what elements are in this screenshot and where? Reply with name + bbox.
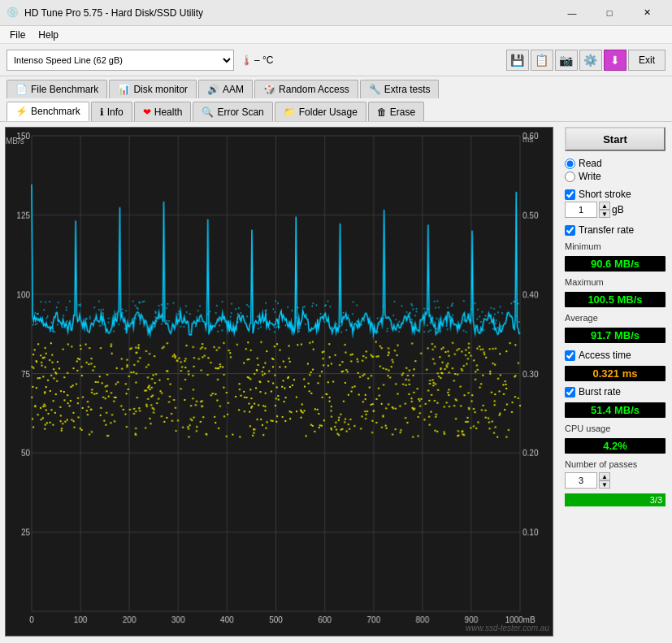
- error-scan-icon: 🔍: [202, 106, 214, 118]
- tabs-area: 📄 File Benchmark 📊 Disk monitor 🔊 AAM 🎲 …: [0, 76, 672, 122]
- thermometer-icon: 🌡️: [241, 54, 253, 66]
- tab-benchmark[interactable]: ⚡ Benchmark: [7, 102, 89, 121]
- temperature-value: – °C: [254, 54, 273, 66]
- passes-input[interactable]: [565, 472, 597, 489]
- minimum-label: Minimum: [565, 241, 665, 251]
- temperature-display: 🌡️ – °C: [241, 54, 273, 66]
- average-label: Average: [565, 313, 665, 323]
- menu-bar: File Help: [0, 26, 672, 44]
- tab-random-access[interactable]: 🎲 Random Access: [254, 80, 358, 98]
- right-panel: Start Read Write Short stroke ▲ ▼: [558, 122, 672, 641]
- access-time-checkbox-label[interactable]: Access time: [565, 350, 665, 361]
- cpu-usage-value: 4.2%: [565, 438, 665, 454]
- toolbar-icons: 💾 📋 📷 ⚙️ ⬇ Exit: [506, 50, 665, 71]
- passes-row: ▲ ▼: [565, 472, 665, 489]
- tab-file-benchmark[interactable]: 📄 File Benchmark: [7, 80, 107, 98]
- read-radio[interactable]: [565, 159, 575, 169]
- transfer-rate-checkbox[interactable]: [565, 225, 575, 236]
- average-value: 91.7 MB/s: [565, 328, 665, 343]
- short-stroke-checkbox[interactable]: [565, 189, 575, 200]
- progress-text: 3/3: [650, 493, 662, 506]
- burst-rate-value: 51.4 MB/s: [565, 402, 665, 418]
- minimum-value: 90.6 MB/s: [565, 256, 665, 272]
- random-access-icon: 🎲: [263, 84, 275, 95]
- app-icon: 💿: [7, 7, 20, 20]
- tab-info[interactable]: ℹ Info: [91, 102, 132, 121]
- short-stroke-label: Short stroke: [579, 189, 631, 200]
- tab-aam[interactable]: 🔊 AAM: [198, 80, 253, 98]
- camera-icon[interactable]: 📷: [555, 50, 578, 71]
- stroke-spinner: ▲ ▼: [599, 202, 610, 218]
- chart-container: www.ssd-tester.com.au: [0, 122, 558, 641]
- info-icon: ℹ: [100, 106, 104, 118]
- chart-area: www.ssd-tester.com.au: [5, 127, 553, 636]
- tab-disk-monitor[interactable]: 📊 Disk monitor: [109, 80, 197, 98]
- minimize-button[interactable]: —: [553, 0, 591, 26]
- maximum-value: 100.5 MB/s: [565, 292, 665, 307]
- transfer-rate-label: Transfer rate: [579, 224, 634, 236]
- read-label: Read: [579, 158, 602, 169]
- tab-erase[interactable]: 🗑 Erase: [368, 102, 424, 121]
- maximum-label: Maximum: [565, 277, 665, 287]
- main-content: www.ssd-tester.com.au Start Read Write S…: [0, 122, 672, 641]
- start-button[interactable]: Start: [565, 127, 665, 151]
- settings-icon[interactable]: ⚙️: [579, 50, 602, 71]
- health-icon: ❤: [143, 106, 151, 118]
- tab-extra-tests[interactable]: 🔧 Extra tests: [360, 80, 440, 98]
- tab-row-2: ⚡ Benchmark ℹ Info ❤ Health 🔍 Error Scan…: [0, 98, 672, 121]
- passes-down-button[interactable]: ▼: [599, 480, 610, 489]
- burst-rate-checkbox-label[interactable]: Burst rate: [565, 386, 665, 398]
- write-label: Write: [579, 171, 601, 182]
- copy-icon[interactable]: 📋: [531, 50, 553, 71]
- extra-tests-icon: 🔧: [369, 84, 381, 95]
- write-radio[interactable]: [565, 172, 575, 182]
- watermark: www.ssd-tester.com.au: [466, 623, 549, 632]
- tab-error-scan[interactable]: 🔍 Error Scan: [193, 102, 272, 121]
- aam-icon: 🔊: [207, 84, 219, 95]
- folder-usage-icon: 📁: [284, 106, 296, 118]
- transfer-rate-checkbox-label[interactable]: Transfer rate: [565, 224, 665, 236]
- read-write-group: Read Write: [565, 158, 665, 182]
- title-bar: 💿 HD Tune Pro 5.75 - Hard Disk/SSD Utili…: [0, 0, 672, 26]
- benchmark-chart: [6, 128, 553, 636]
- stroke-down-button[interactable]: ▼: [599, 210, 610, 218]
- tab-health[interactable]: ❤ Health: [134, 102, 192, 121]
- tab-folder-usage[interactable]: 📁 Folder Usage: [275, 102, 366, 121]
- stroke-row: ▲ ▼ gB: [565, 202, 665, 218]
- passes-spinner: ▲ ▼: [599, 472, 610, 489]
- exit-button[interactable]: Exit: [628, 50, 665, 71]
- access-time-label: Access time: [579, 350, 631, 361]
- access-time-checkbox[interactable]: [565, 350, 575, 361]
- short-stroke-input[interactable]: [565, 202, 597, 218]
- access-time-value: 0.321 ms: [565, 366, 665, 381]
- gb-label: gB: [612, 204, 624, 215]
- benchmark-icon: ⚡: [15, 106, 28, 117]
- cpu-usage-label: CPU usage: [565, 424, 665, 433]
- read-radio-label[interactable]: Read: [565, 158, 665, 169]
- progress-bar-container: 3/3: [565, 493, 665, 506]
- file-menu[interactable]: File: [3, 28, 32, 42]
- erase-icon: 🗑: [377, 106, 387, 118]
- toolbar: Intenso Speed Line (62 gB) 🌡️ – °C 💾 📋 📷…: [0, 44, 672, 76]
- close-button[interactable]: ✕: [628, 0, 665, 26]
- burst-rate-label: Burst rate: [579, 386, 621, 398]
- passes-up-button[interactable]: ▲: [599, 472, 610, 480]
- window-title: HD Tune Pro 5.75 - Hard Disk/SSD Utility: [24, 7, 553, 19]
- passes-label: Number of passes: [565, 459, 665, 469]
- tab-row-1: 📄 File Benchmark 📊 Disk monitor 🔊 AAM 🎲 …: [0, 76, 672, 98]
- burst-rate-checkbox[interactable]: [565, 387, 575, 398]
- disk-monitor-icon: 📊: [118, 84, 130, 95]
- write-radio-label[interactable]: Write: [565, 171, 665, 182]
- maximize-button[interactable]: □: [591, 0, 628, 26]
- save-icon[interactable]: 💾: [506, 50, 529, 71]
- stroke-up-button[interactable]: ▲: [599, 202, 610, 210]
- download-icon[interactable]: ⬇: [604, 50, 626, 71]
- short-stroke-checkbox-label[interactable]: Short stroke: [565, 189, 665, 200]
- help-menu[interactable]: Help: [32, 28, 65, 42]
- drive-select[interactable]: Intenso Speed Line (62 gB): [7, 50, 234, 71]
- file-benchmark-icon: 📄: [15, 84, 28, 95]
